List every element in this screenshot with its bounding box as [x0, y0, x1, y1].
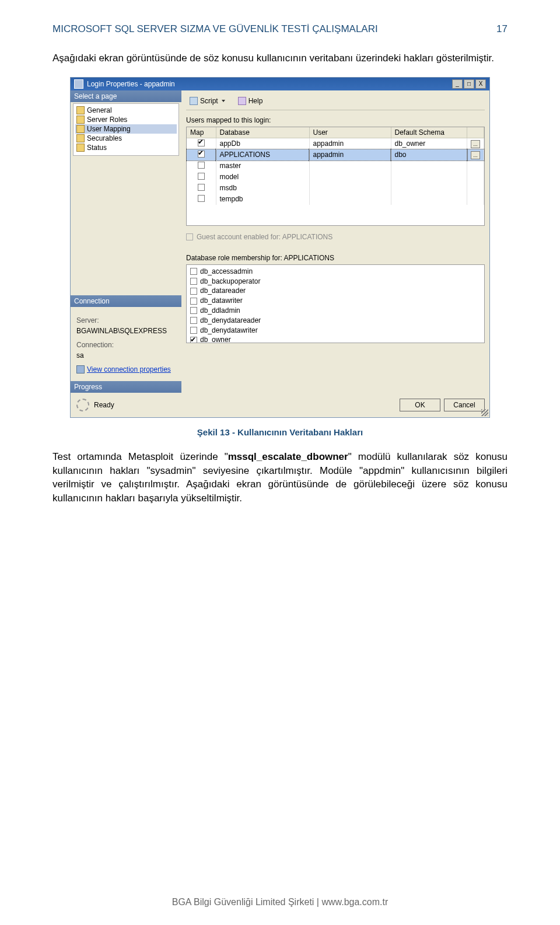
progress-header: Progress — [71, 381, 181, 393]
database-cell: tempdb — [216, 194, 309, 205]
role-item[interactable]: db_owner — [190, 335, 481, 343]
role-label: db_datareader — [200, 286, 246, 296]
help-button[interactable]: Help — [235, 96, 267, 106]
database-cell: APPLICATIONS — [216, 149, 309, 160]
progress-icon — [76, 399, 89, 411]
table-row[interactable]: master — [187, 160, 484, 172]
sidebar-item-user-mapping[interactable]: User Mapping — [75, 124, 177, 134]
page-icon — [76, 125, 85, 133]
progress-body: Ready — [71, 393, 181, 417]
role-label: db_backupoperator — [200, 277, 260, 287]
schema-cell — [391, 172, 467, 183]
window-icon — [74, 79, 83, 89]
page-icon — [76, 144, 85, 152]
map-checkbox[interactable] — [198, 184, 205, 191]
sidebar-item-status[interactable]: Status — [75, 143, 177, 152]
window-title: Login Properties - appadmin — [87, 80, 175, 88]
view-connection-properties-link[interactable]: View connection properties — [76, 364, 171, 375]
browse-schema-button[interactable]: ... — [471, 140, 480, 148]
col-user[interactable]: User — [309, 127, 391, 138]
close-button[interactable]: X — [475, 79, 486, 89]
page-icon — [76, 116, 85, 124]
role-checkbox[interactable] — [190, 298, 197, 305]
sidebar-item-general[interactable]: General — [75, 106, 177, 115]
user-mapping-table: Map Database User Default Schema appDbap… — [186, 127, 485, 226]
roles-label: Database role membership for: APPLICATIO… — [186, 254, 485, 262]
role-item[interactable]: db_ddladmin — [190, 306, 481, 316]
database-cell: master — [216, 160, 309, 172]
maximize-button[interactable]: □ — [464, 79, 474, 89]
database-cell: msdb — [216, 183, 309, 194]
doc-header: MICROSOFT SQL SERVER SIZMA VE GÜVENLİK T… — [52, 23, 508, 35]
table-row[interactable]: APPLICATIONSappadmindbo... — [187, 149, 484, 160]
connection-value: sa — [76, 350, 176, 361]
intro-paragraph: Aşağıdaki ekran görüntüsünde de söz konu… — [52, 51, 508, 65]
role-item[interactable]: db_datareader — [190, 286, 481, 296]
script-button[interactable]: Script — [186, 96, 229, 106]
connection-body: Server: BGAWINLAB\SQLEXPRESS Connection:… — [71, 307, 181, 381]
role-checkbox[interactable] — [190, 337, 197, 343]
database-cell: appDb — [216, 138, 309, 149]
col-map[interactable]: Map — [187, 127, 216, 138]
role-item[interactable]: db_datawriter — [190, 296, 481, 306]
role-checkbox[interactable] — [190, 278, 197, 285]
guest-checkbox — [186, 233, 193, 240]
schema-cell: db_owner — [391, 138, 467, 149]
table-row[interactable]: appDbappadmindb_owner... — [187, 138, 484, 149]
server-value: BGAWINLAB\SQLEXPRESS — [76, 326, 176, 336]
col-schema[interactable]: Default Schema — [391, 127, 467, 138]
body-paragraph: Test ortamında Metasploit üzerinde "mssq… — [52, 450, 508, 505]
sidebar-item-server-roles[interactable]: Server Roles — [75, 115, 177, 124]
dropdown-arrow-icon — [222, 100, 225, 102]
map-checkbox[interactable] — [198, 195, 205, 202]
table-row[interactable]: model — [187, 172, 484, 183]
role-label: db_owner — [200, 335, 231, 343]
ok-button[interactable]: OK — [400, 399, 440, 411]
schema-cell — [391, 194, 467, 205]
role-item[interactable]: db_denydatawriter — [190, 326, 481, 336]
progress-status: Ready — [94, 401, 114, 409]
script-icon — [190, 97, 198, 105]
table-row[interactable]: msdb — [187, 183, 484, 194]
map-checkbox[interactable] — [198, 173, 205, 180]
doc-footer: BGA Bilgi Güvenliği Limited Şirketi | ww… — [0, 897, 560, 907]
page-number: 17 — [496, 23, 508, 35]
sidebar-item-securables[interactable]: Securables — [75, 134, 177, 143]
user-cell — [309, 194, 391, 205]
resize-grip-icon[interactable] — [481, 409, 488, 416]
table-row[interactable]: tempdb — [187, 194, 484, 205]
role-label: db_ddladmin — [200, 306, 240, 316]
role-item[interactable]: db_backupoperator — [190, 277, 481, 287]
user-cell — [309, 183, 391, 194]
map-checkbox[interactable] — [198, 139, 205, 146]
role-item[interactable]: db_accessadmin — [190, 267, 481, 277]
titlebar: Login Properties - appadmin _ □ X — [71, 78, 489, 90]
page-icon — [76, 106, 85, 114]
role-checkbox[interactable] — [190, 327, 197, 334]
role-item[interactable]: db_denydatareader — [190, 316, 481, 326]
role-checkbox[interactable] — [190, 268, 197, 275]
doc-title: MICROSOFT SQL SERVER SIZMA VE GÜVENLİK T… — [52, 23, 378, 35]
role-checkbox[interactable] — [190, 307, 197, 314]
guest-label: Guest account enabled for: APPLICATIONS — [197, 233, 332, 241]
minimize-button[interactable]: _ — [452, 79, 463, 89]
user-cell — [309, 160, 391, 172]
schema-cell: dbo — [391, 149, 467, 160]
role-label: db_denydatareader — [200, 316, 261, 326]
browse-schema-button[interactable]: ... — [471, 151, 480, 159]
schema-cell — [391, 160, 467, 172]
cancel-button[interactable]: Cancel — [444, 399, 485, 411]
user-cell: appadmin — [309, 138, 391, 149]
main-panel: Script Help Users mapped to this login: … — [181, 90, 489, 417]
mapped-label: Users mapped to this login: — [186, 116, 485, 124]
user-cell — [309, 172, 391, 183]
map-checkbox[interactable] — [198, 162, 205, 169]
properties-icon — [76, 365, 85, 374]
role-checkbox[interactable] — [190, 317, 197, 324]
col-database[interactable]: Database — [216, 127, 309, 138]
toolbar: Script Help — [186, 94, 485, 110]
map-checkbox[interactable] — [198, 151, 205, 158]
role-membership-list: db_accessadmindb_backupoperatordb_datare… — [186, 264, 485, 343]
role-checkbox[interactable] — [190, 288, 197, 295]
role-label: db_datawriter — [200, 296, 243, 306]
